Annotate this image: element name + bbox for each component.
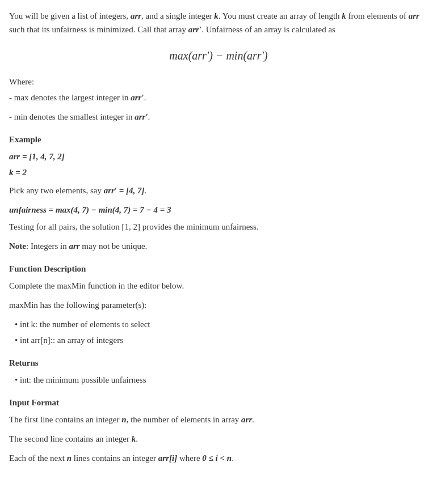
if-line1-arr: arr bbox=[241, 415, 252, 424]
pick-formula: arr′ = [4, 7] bbox=[104, 186, 145, 195]
if-line3-arr: arr[i] bbox=[158, 454, 177, 463]
input-format-line2: The second line contains an integer k. bbox=[9, 432, 428, 446]
if-line1-end: . bbox=[252, 415, 254, 424]
intro-text2: , and a single integer bbox=[141, 11, 214, 20]
input-format-line1: The first line contains an integer n, th… bbox=[9, 413, 428, 426]
input-format-line3: Each of the next n lines contains an int… bbox=[9, 451, 428, 465]
where-line2-prefix: - min denotes the smallest integer in bbox=[9, 112, 135, 121]
math-block: max(arr′) − min(arr′) bbox=[9, 46, 428, 65]
if-line3-n: n bbox=[67, 454, 72, 463]
note-paragraph: Note: Integers in arr may not be unique. bbox=[9, 239, 428, 253]
function-description-title: Function Description bbox=[9, 262, 428, 276]
pick-suffix: . bbox=[145, 186, 147, 195]
input-format-section: Input Format The first line contains an … bbox=[9, 396, 428, 465]
if-line2-end: . bbox=[136, 434, 138, 443]
example-pick-text: Pick any two elements, say arr′ = [4, 7]… bbox=[9, 184, 428, 197]
intro-arrPrime: arr′ bbox=[188, 25, 201, 34]
pick-prefix: Pick any two elements, say bbox=[9, 186, 104, 195]
function-params-list: int k: the number of elements to select … bbox=[9, 317, 428, 347]
if-line3-middle: lines contains an integer bbox=[72, 454, 158, 463]
if-line3-prefix: Each of the next bbox=[9, 454, 67, 463]
function-description-section: Function Description Complete the maxMin… bbox=[9, 262, 428, 347]
where-line2-suffix: . bbox=[148, 112, 150, 121]
returns-section: Returns int: the minimum possible unfair… bbox=[9, 356, 428, 387]
function-description-line1: Complete the maxMin function in the edit… bbox=[9, 279, 428, 293]
note-label: Note bbox=[9, 242, 26, 251]
input-format-title: Input Format bbox=[9, 396, 428, 409]
intro-arr2: arr bbox=[409, 11, 419, 20]
note-arr: arr bbox=[69, 242, 79, 251]
example-title: Example bbox=[9, 133, 428, 146]
if-line3-suffix: where bbox=[177, 454, 202, 463]
function-description-line2: maxMin has the following parameter(s): bbox=[9, 298, 428, 312]
example-section: Example arr = [1, 4, 7, 2] k = 2 Pick an… bbox=[9, 133, 428, 234]
intro-k2: k bbox=[342, 11, 346, 20]
where-arr-prime1: arr′ bbox=[131, 93, 144, 102]
note-text2: may not be unique. bbox=[80, 242, 148, 251]
if-line1-n: n bbox=[121, 415, 126, 424]
intro-text4: from elements of bbox=[346, 11, 409, 20]
intro-text5: such that its unfairness is minimized. C… bbox=[9, 25, 188, 34]
returns-title: Returns bbox=[9, 356, 428, 370]
intro-text6: . Unfairness of an array is calculated a… bbox=[201, 25, 335, 34]
testing-text: Testing for all pairs, the solution [1, … bbox=[9, 220, 428, 234]
param-item-k: int k: the number of elements to select bbox=[15, 317, 428, 331]
intro-text1: You will be given a list of integers, bbox=[9, 11, 131, 20]
if-line3-condition: 0 ≤ i < n bbox=[202, 454, 232, 463]
param-item-arr: int arr[n]:: an array of integers bbox=[15, 333, 428, 347]
if-line3-end: . bbox=[232, 454, 234, 463]
intro-k: k bbox=[214, 11, 218, 20]
intro-arr: arr bbox=[131, 11, 141, 20]
if-line1-suffix: , the number of elements in array bbox=[127, 415, 241, 424]
note-text: : Integers in bbox=[26, 242, 69, 251]
if-line1-prefix: The first line contains an integer bbox=[9, 415, 121, 424]
where-line2: - min denotes the smallest integer in ar… bbox=[9, 110, 428, 124]
where-line1-prefix: - max denotes the largest integer in bbox=[9, 93, 131, 102]
example-arr-line: arr = [1, 4, 7, 2] bbox=[9, 150, 428, 163]
where-label: Where: bbox=[9, 75, 428, 88]
intro-paragraph: You will be given a list of integers, ar… bbox=[9, 9, 428, 36]
intro-text3: . You must create an array of length bbox=[218, 11, 342, 20]
returns-item: int: the minimum possible unfairness bbox=[15, 373, 428, 387]
unfairness-line: unfairness = max(4, 7) − min(4, 7) = 7 −… bbox=[9, 203, 428, 217]
where-arr-prime2: arr′ bbox=[135, 112, 148, 121]
where-line1: - max denotes the largest integer in arr… bbox=[9, 91, 428, 104]
if-line2-prefix: The second line contains an integer bbox=[9, 434, 132, 443]
returns-list: int: the minimum possible unfairness bbox=[9, 373, 428, 387]
where-line1-suffix: . bbox=[144, 93, 146, 102]
example-k-line: k = 2 bbox=[9, 166, 428, 179]
